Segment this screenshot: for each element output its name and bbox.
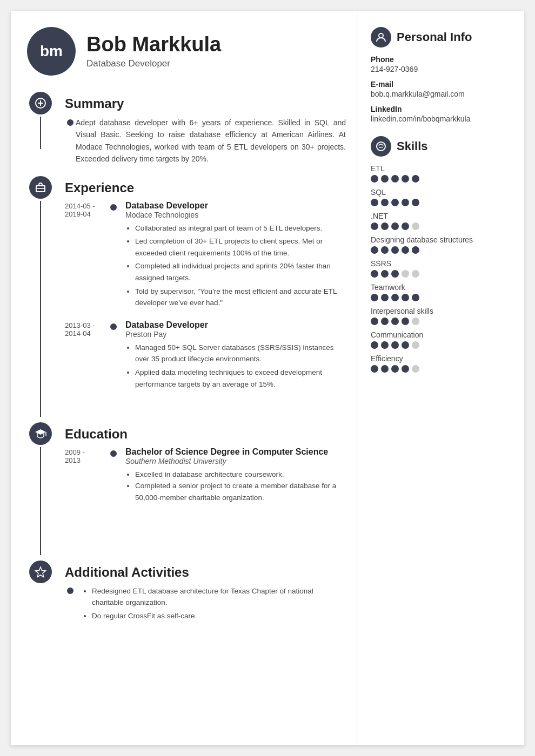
skill-dot-empty (412, 341, 419, 349)
skill-item: SQL (371, 188, 511, 206)
education-title: Education (65, 427, 346, 442)
skill-item: .NET (371, 212, 511, 230)
summary-line (40, 117, 41, 149)
experience-content: Experience 2014-05 - 2019-04 Database De… (65, 176, 346, 407)
personal-info-header: Personal Info (371, 27, 511, 48)
email-label: E-mail (371, 80, 511, 89)
phone-value: 214-927-0369 (371, 65, 511, 73)
skill-name: Designing database structures (371, 235, 511, 244)
job-dot-1 (110, 204, 117, 211)
personal-info-icon (371, 27, 391, 48)
skill-dot-filled (402, 246, 409, 254)
edu-school: Southern Methodist University (125, 457, 346, 465)
svg-marker-5 (35, 429, 46, 435)
education-icon (29, 422, 52, 445)
edu-item-1: 2009 - 2013 Bachelor of Science Degree i… (65, 447, 346, 504)
job-dot-col-1 (108, 201, 119, 211)
skill-dot-empty (402, 270, 409, 278)
job-item-1: 2014-05 - 2019-04 Database Developer Mod… (65, 201, 346, 310)
activities-dot (67, 588, 73, 594)
skill-dot-filled (381, 246, 389, 254)
job-date-1: 2014-05 - 2019-04 (65, 201, 108, 218)
summary-text: Adept database developer with 6+ years o… (76, 117, 346, 165)
skill-dot-filled (381, 270, 389, 278)
skill-dots (371, 365, 511, 373)
skill-dot-empty (412, 365, 419, 373)
header-text: Bob Markkula Database Developer (86, 33, 221, 69)
experience-icon (29, 176, 52, 199)
summary-dot (67, 119, 73, 126)
bullet-item: Do regular CrossFit as self-care. (92, 610, 346, 622)
skill-dot-filled (402, 365, 409, 373)
skill-dot-filled (381, 222, 389, 230)
skill-dots (371, 318, 511, 325)
skill-dot-filled (402, 199, 409, 206)
skill-dot-filled (371, 246, 378, 254)
edu-details: Bachelor of Science Degree in Computer S… (125, 447, 346, 504)
activities-title: Additional Activities (65, 565, 346, 580)
skill-dot-filled (402, 222, 409, 230)
skill-dot-empty (412, 270, 419, 278)
job-item-2: 2013-03 - 2014-04 Database Developer Pre… (65, 320, 346, 392)
skill-name: Efficiency (371, 354, 511, 363)
skill-item: Teamwork (371, 283, 511, 301)
skill-dot-filled (391, 270, 399, 278)
skill-name: Teamwork (371, 283, 511, 292)
svg-marker-7 (36, 567, 46, 577)
edu-degree: Bachelor of Science Degree in Computer S… (125, 447, 346, 457)
skill-dots (371, 175, 511, 183)
bullet-item: Excelled in database architecture course… (135, 469, 346, 481)
personal-info-title: Personal Info (397, 30, 472, 44)
education-section: Education 2009 - 2013 Bachelor of Scienc… (27, 422, 346, 555)
skill-dot-filled (371, 222, 378, 230)
bullet-item: Collaborated as integral part of team of… (135, 222, 346, 234)
bullet-item: Led completion of 30+ ETL projects to cl… (135, 235, 346, 259)
bullet-item: Told by supervisor, "You're the most eff… (135, 286, 346, 309)
skill-dot-filled (381, 365, 389, 373)
skill-item: SSRS (371, 259, 511, 278)
skill-dot-filled (371, 175, 378, 183)
job-details-2: Database Developer Preston Pay Managed 5… (125, 320, 346, 392)
activities-icon-col (27, 561, 54, 583)
summary-icon (29, 92, 52, 114)
candidate-title: Database Developer (86, 58, 221, 69)
resume-container: bm Bob Markkula Database Developer (11, 11, 524, 745)
skill-dot-empty (412, 222, 419, 230)
skill-dots (371, 341, 511, 349)
job-title-1: Database Developer (125, 201, 346, 211)
summary-icon-col (27, 92, 54, 149)
activities-dot-col (65, 585, 76, 594)
right-column: Personal Info Phone 214-927-0369 E-mail … (357, 11, 524, 745)
skills-title: Skills (397, 139, 427, 153)
bullet-item: Managed 50+ SQL Server databases (SSRS/S… (135, 342, 346, 365)
skills-section: Skills ETLSQL.NETDesigning database stru… (371, 136, 511, 373)
job-date-2: 2013-03 - 2014-04 (65, 320, 108, 338)
skill-dot-filled (391, 341, 399, 349)
skill-dot-filled (412, 175, 419, 183)
job-details-1: Database Developer Modace Technologies C… (125, 201, 346, 310)
email-value: bob.q.markkula@gmail.com (371, 90, 511, 98)
skill-dot-filled (391, 175, 399, 183)
skill-dot-filled (371, 365, 378, 373)
skill-dot-filled (402, 294, 409, 301)
activities-section: Additional Activities Redesigned ETL dat… (27, 561, 346, 629)
education-icon-col (27, 422, 54, 555)
skill-dot-filled (381, 318, 389, 325)
skill-item: Designing database structures (371, 235, 511, 254)
job-bullets-1: Collaborated as integral part of team of… (125, 222, 346, 309)
education-content: Education 2009 - 2013 Bachelor of Scienc… (65, 422, 346, 519)
skill-dot-filled (381, 175, 389, 183)
avatar-initials: bm (40, 43, 63, 60)
skill-dots (371, 270, 511, 278)
summary-content: Summary Adept database developer with 6+… (65, 92, 346, 171)
experience-section: Experience 2014-05 - 2019-04 Database De… (27, 176, 346, 417)
svg-point-8 (379, 33, 383, 38)
bullet-item: Completed a senior project to create a m… (135, 480, 346, 503)
skill-dot-filled (371, 270, 378, 278)
summary-section: Summary Adept database developer with 6+… (27, 92, 346, 171)
skill-dot-filled (381, 294, 389, 301)
header-section: bm Bob Markkula Database Developer (27, 27, 346, 76)
bullet-item: Applied data modeling techniques to exce… (135, 367, 346, 390)
skill-dot-filled (391, 222, 399, 230)
edu-dot-col (108, 447, 119, 457)
